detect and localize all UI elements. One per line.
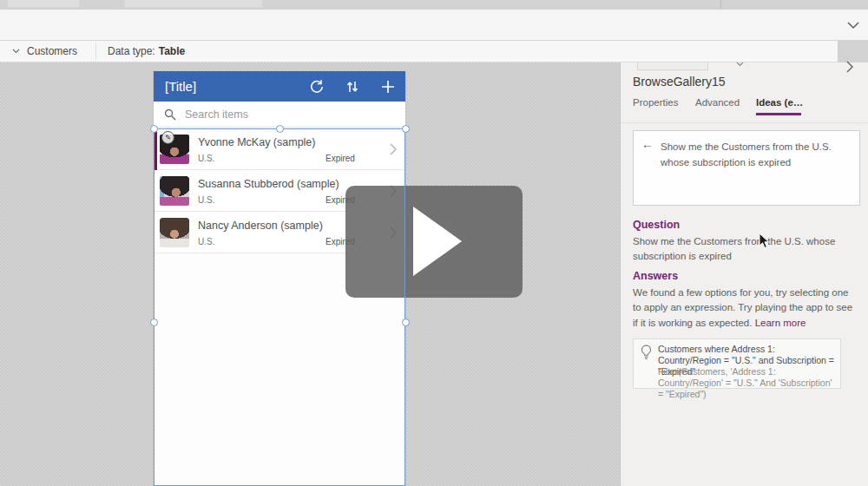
tab-ideas[interactable]: Ideas (e…	[756, 97, 803, 108]
data-type-label: Data type:	[108, 45, 155, 57]
top-cropped-toolbar	[0, 0, 868, 9]
search-icon	[164, 108, 176, 121]
back-arrow-icon[interactable]: ←	[641, 137, 654, 151]
item-name: Yvonne McKay (sample)	[198, 136, 315, 148]
idea-query-box[interactable]: ← Show me the Customers from the U.S. wh…	[633, 130, 860, 206]
app-title-bar[interactable]: [Title]	[154, 71, 405, 102]
item-country: U.S.	[198, 154, 214, 163]
cropped-toolbar-item	[124, 0, 263, 8]
video-play-button[interactable]	[345, 186, 523, 298]
property-selector-dropdown[interactable]: Customers	[12, 41, 77, 62]
answers-heading: Answers	[633, 270, 678, 282]
active-tab-underline	[756, 113, 801, 115]
selection-handle-top-left[interactable]	[150, 125, 158, 133]
selection-handle-mid-left[interactable]	[150, 319, 158, 326]
chevron-down-icon	[12, 49, 20, 54]
title-bar-icons	[308, 71, 397, 102]
item-name: Nancy Anderson (sample)	[198, 220, 323, 232]
app-title-label: [Title]	[165, 79, 196, 94]
formula-bar-collapse-chevron-down-icon[interactable]	[845, 18, 861, 32]
refresh-icon[interactable]	[308, 78, 326, 95]
selection-handle-mid-right[interactable]	[402, 319, 410, 326]
add-item-plus-icon[interactable]	[379, 78, 397, 95]
item-country: U.S.	[198, 195, 214, 205]
avatar	[160, 176, 189, 206]
tab-properties[interactable]: Properties	[633, 97, 678, 108]
chevron-right-icon[interactable]	[390, 143, 397, 155]
selection-handle-top-right[interactable]	[402, 125, 410, 133]
property-selector-label: Customers	[27, 45, 77, 57]
panel-collapse-chevron-right-icon[interactable]	[841, 57, 858, 76]
item-name: Susanna Stubberod (sample)	[198, 178, 339, 190]
formula-context-bar: Customers Data type: Table	[0, 41, 838, 62]
answers-body-text: We found a few options for you, try sele…	[633, 287, 852, 328]
idea-query-text: Show me the Customers from the U.S. whos…	[661, 140, 850, 171]
question-heading: Question	[633, 219, 680, 231]
app-window: Filter( Customers , 'Address 1: Country/…	[0, 0, 868, 486]
learn-more-link[interactable]: Learn more	[755, 318, 806, 328]
context-bar-divider	[95, 43, 96, 60]
cropped-toolbar-item	[7, 0, 80, 8]
answers-body: We found a few options for you, try sele…	[633, 286, 858, 331]
selected-item-accent-bar	[154, 128, 157, 170]
sort-icon[interactable]	[344, 78, 361, 95]
formula-input[interactable]: Filter( Customers , 'Address 1: Country/…	[16, 10, 264, 40]
screen-selector-dropdown-cropped[interactable]	[637, 62, 708, 70]
suggestion-option[interactable]: Customers where Address 1: Country/Regio…	[633, 338, 841, 389]
item-status: Expired	[326, 154, 355, 163]
tab-advanced[interactable]: Advanced	[695, 97, 740, 108]
question-body: Show me the Customers from the U.S. whos…	[633, 234, 852, 263]
suggestion-expression: Filter(Customers, 'Address 1: Country/Re…	[658, 366, 837, 400]
data-type-value: Table	[159, 45, 185, 57]
avatar	[160, 218, 189, 247]
item-country: U.S.	[198, 237, 214, 246]
chevron-down-icon	[736, 62, 744, 67]
gallery-item[interactable]: ✎ Yvonne McKay (sample) U.S. Expired	[154, 128, 405, 170]
panel-divider	[621, 122, 868, 123]
search-input[interactable]: Search items	[154, 102, 405, 128]
formula-bar[interactable]: Filter( Customers , 'Address 1: Country/…	[0, 9, 868, 41]
search-placeholder: Search items	[185, 108, 248, 121]
properties-panel: BrowseGallery15 Properties Advanced Idea…	[620, 62, 868, 486]
selection-handle-top-center[interactable]	[276, 125, 284, 133]
edit-pencil-icon[interactable]: ✎	[161, 131, 174, 144]
selected-control-name: BrowseGallery15	[633, 75, 726, 89]
toolbar-divider	[720, 0, 721, 9]
play-triangle-icon	[413, 207, 462, 276]
data-type-readout: Data type: Table	[108, 41, 185, 62]
avatar: ✎	[160, 135, 189, 164]
lightbulb-icon	[641, 345, 652, 364]
